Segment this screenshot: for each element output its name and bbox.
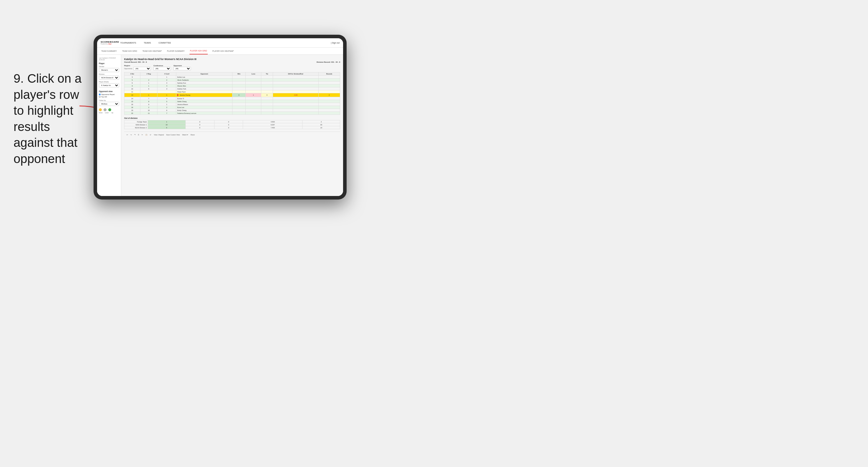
col-rounds: Rounds xyxy=(318,72,340,75)
logo-name: SCOREBOARD xyxy=(101,41,119,43)
dot-up xyxy=(108,108,111,111)
tab-team-summary[interactable]: TEAM SUMMARY xyxy=(101,48,117,55)
opponent-view-section: Opponent view Opponents Played Top 100 xyxy=(99,90,119,98)
table-row[interactable]: 613Sydney Kuo xyxy=(124,82,340,85)
col-reg: # Reg xyxy=(140,72,157,75)
table-row[interactable]: 19106Emily Chang xyxy=(124,109,340,112)
last-updated: Last Updated: 27/03/2024 16:55:28 xyxy=(99,57,119,61)
tab-team-h2h-heatmap[interactable]: TEAM H2H HEATMAP xyxy=(142,48,162,55)
opponent-view-title: Opponent view xyxy=(99,90,119,92)
overall-record: Overall Record: 353 - 34 - 6 xyxy=(124,61,147,63)
colour-section: Colour by Win/loss Down Level Up xyxy=(99,99,119,114)
view-original-btn[interactable]: View: Original xyxy=(154,134,164,136)
paste-btn[interactable]: 📋 xyxy=(145,134,147,136)
col-tie: Tie xyxy=(261,72,273,75)
division-record: Division Record: 331 - 34 - 6 xyxy=(317,61,340,63)
main-content: Last Updated: 27/03/2024 16:55:28 Player… xyxy=(97,55,343,196)
table-row[interactable]: 1063Andrea York xyxy=(124,87,340,90)
col-div: # Div xyxy=(124,72,141,75)
table-row[interactable]: 11Haejo Hyun xyxy=(124,90,340,93)
ood-table-row[interactable]: Foreign Team1004.5002 xyxy=(124,120,340,123)
player-section-title: Player xyxy=(99,62,119,64)
table-row[interactable]: 914Sharon Mun xyxy=(124,85,340,87)
col-loss: Loss xyxy=(246,72,261,75)
table-row[interactable]: 522Alexis Sudjianto xyxy=(124,79,340,82)
instruction-text: 9. Click on a player's row to highlight … xyxy=(13,71,84,167)
table-row[interactable]: 20117Federica Domecq Lacroze xyxy=(124,112,340,115)
main-table: # Div # Reg # Conf Opponent Win Loss Tie… xyxy=(124,72,340,115)
tablet-frame: SCOREBOARD Powered by clippi TOURNAMENTS… xyxy=(94,35,347,199)
powered-by: Powered by clippi xyxy=(101,43,119,45)
dot-down xyxy=(99,108,102,111)
sidebar: Last Updated: 27/03/2024 16:55:28 Player… xyxy=(97,55,121,196)
out-of-division: Out of division Foreign Team1004.5002NAI… xyxy=(124,117,340,129)
tab-player-h2h-grid[interactable]: PLAYER H2H GRID xyxy=(189,48,208,55)
out-of-division-table: Foreign Team1004.5002NAIA Division 11500… xyxy=(124,120,340,129)
timer-btn[interactable]: ⏱ xyxy=(150,134,152,136)
col-opponent: Opponent xyxy=(176,72,232,75)
col-win: Win xyxy=(232,72,245,75)
filter-row: Region Opponents: (All) Conference (All) xyxy=(124,65,340,70)
opponent-select[interactable]: (All) xyxy=(173,67,191,70)
gender-select[interactable]: Women's xyxy=(99,68,119,72)
conference-select[interactable]: (All) xyxy=(153,67,171,70)
colour-by-select[interactable]: Win/loss xyxy=(99,102,119,106)
out-of-division-title: Out of division xyxy=(124,117,340,119)
top-100-radio[interactable]: Top 100 xyxy=(99,96,119,98)
bottom-toolbar: ↩ ↪ ↷ ⎘ ✂ 📋 ⏱ View: Original Save Custom… xyxy=(124,131,340,137)
instruction-body: Click on a player's row to highlight res… xyxy=(13,71,82,166)
table-row[interactable]: 1822Euna Lee xyxy=(124,106,340,109)
share-btn[interactable]: Share xyxy=(190,134,195,136)
tab-team-h2h-grid[interactable]: TEAM H2H GRID xyxy=(122,48,138,55)
table-row[interactable]: 1311 Jessica Huang 010-3.002 xyxy=(124,93,340,97)
sub-nav: TEAM SUMMARY TEAM H2H GRID TEAM H2H HEAT… xyxy=(97,48,343,55)
logo: SCOREBOARD Powered by clippi xyxy=(101,41,119,45)
watch-btn[interactable]: Watch ▾ xyxy=(182,134,188,136)
tablet-screen: SCOREBOARD Powered by clippi TOURNAMENTS… xyxy=(97,38,343,196)
sign-out[interactable]: | Sign out xyxy=(331,42,340,44)
player-rank-select[interactable]: 8. Katelyn Vo xyxy=(99,83,119,87)
tab-player-h2h-heatmap[interactable]: PLAYER H2H HEATMAP xyxy=(212,48,235,55)
save-custom-btn[interactable]: Save Custom View xyxy=(166,134,180,136)
instruction-step: 9. xyxy=(13,71,24,85)
col-diff: Diff Av Strokes/Rnd xyxy=(273,72,318,75)
redo-btn[interactable]: ↪ xyxy=(130,134,132,136)
col-conf: # Conf xyxy=(157,72,176,75)
grid-content: Katelyn Vo Head-to-Head Grid for Women's… xyxy=(121,55,343,196)
table-row[interactable]: 31Esther Lee xyxy=(124,75,340,79)
region-filter: Region Opponents: (All) xyxy=(124,65,151,70)
table-row[interactable]: 1585Stella Chang xyxy=(124,100,340,103)
tab-player-summary[interactable]: PLAYER SUMMARY xyxy=(166,48,185,55)
division-label: Division xyxy=(99,73,119,75)
nav-items: TOURNAMENTS TEAMS COMMITTEE xyxy=(119,42,331,44)
opponents-played-radio[interactable]: Opponents Played xyxy=(99,94,119,95)
colour-labels: Down Level Up xyxy=(99,112,119,114)
opponent-filter: Opponent (All) xyxy=(173,65,191,70)
ood-table-row[interactable]: NCAA Division 25007.40010 xyxy=(124,126,340,129)
dot-level xyxy=(103,108,106,111)
colour-by-label: Colour by xyxy=(99,99,119,101)
copy-btn[interactable]: ⎘ xyxy=(138,134,139,136)
ood-table-row[interactable]: NAIA Division 115009.26730 xyxy=(124,123,340,126)
nav-committee[interactable]: COMMITTEE xyxy=(157,42,172,44)
nav-teams[interactable]: TEAMS xyxy=(143,42,152,44)
nav-bar: SCOREBOARD Powered by clippi TOURNAMENTS… xyxy=(97,38,343,48)
conference-filter: Conference (All) xyxy=(153,65,171,70)
division-select[interactable]: NCAA Division III xyxy=(99,75,119,80)
gender-label: Gender xyxy=(99,66,119,67)
undo-btn[interactable]: ↩ xyxy=(126,134,128,136)
table-row[interactable]: 1691Jessica Mason xyxy=(124,103,340,106)
colour-dots xyxy=(99,108,119,111)
grid-title: Katelyn Vo Head-to-Head Grid for Women's… xyxy=(124,58,340,61)
nav-tournaments[interactable]: TOURNAMENTS xyxy=(119,42,137,44)
player-rank-label: Player (Rank) xyxy=(99,81,119,83)
cut-btn[interactable]: ✂ xyxy=(142,134,143,136)
region-select[interactable]: (All) xyxy=(133,67,151,70)
table-row[interactable]: 1474Eunice Yi xyxy=(124,97,340,100)
forward-btn[interactable]: ↷ xyxy=(134,134,136,136)
records-row: Overall Record: 353 - 34 - 6 Division Re… xyxy=(124,61,340,63)
